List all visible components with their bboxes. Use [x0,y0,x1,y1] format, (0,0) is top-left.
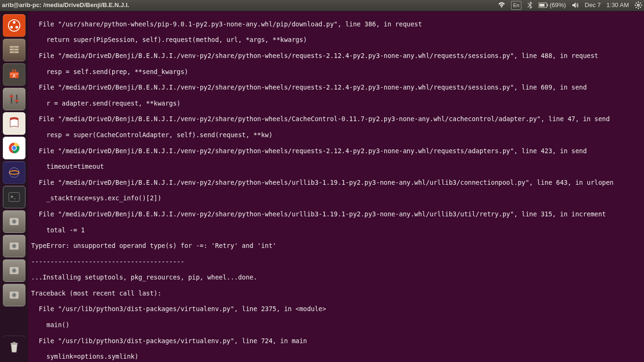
trace-line: TypeError: unsupported operand type(s) f… [31,242,641,250]
wifi-icon[interactable] [498,1,505,9]
unity-launcher: A >_ [0,11,28,362]
launcher-settings[interactable] [3,88,25,110]
trace-line: File "/usr/share/python-wheels/pip-9.0.1… [31,20,641,28]
sound-icon[interactable] [571,1,579,9]
trace-line: timeout=timeout [31,163,641,171]
svg-point-38 [14,246,15,247]
trace-line: File "/usr/lib/python3/dist-packages/vir… [31,305,641,313]
launcher-dash[interactable] [3,14,25,37]
svg-line-9 [636,7,637,8]
trace-line: r = adapter.send(request, **kwargs) [31,99,641,107]
trace-line: symlink=options.symlink) [31,353,641,361]
svg-point-19 [14,49,15,50]
svg-point-44 [14,295,15,296]
battery-indicator[interactable]: (69%) [538,1,566,9]
launcher-eclipse[interactable] [3,161,25,184]
svg-point-20 [14,52,15,53]
bluetooth-icon[interactable] [527,1,533,9]
terminal-content[interactable]: File "/usr/share/python-wheels/pip-9.0.1… [28,11,644,362]
date-indicator[interactable]: Dec 7 [585,1,601,9]
launcher-chrome[interactable] [3,137,25,159]
launcher-disk2[interactable] [3,235,25,257]
launcher-files[interactable] [3,39,25,61]
launcher-docs[interactable] [3,112,25,135]
window-title: arib@arib-pc: /media/DriveD/Benji/B.E.N.… [2,1,498,9]
svg-text:>_: >_ [11,194,17,199]
svg-rect-46 [13,342,16,343]
svg-point-24 [16,99,18,102]
trace-line: main() [31,321,641,329]
svg-point-18 [14,47,15,48]
trace-line: return super(PipSession, self).request(m… [31,36,641,44]
svg-line-7 [636,3,637,4]
launcher-terminal[interactable]: >_ [3,186,25,208]
svg-point-35 [14,221,15,222]
trace-line: resp = self.send(prep, **send_kwargs) [31,68,641,76]
launcher-software[interactable]: A [3,63,25,86]
trace-line: File "/media/DriveD/Benji/B.E.N.J.I./ven… [31,83,641,91]
svg-point-13 [10,26,13,29]
trace-line: ---------------------------------------- [31,258,641,266]
trace-line: total -= 1 [31,226,641,234]
svg-line-8 [640,7,641,8]
trace-line: _stacktrace=sys.exc_info()[2]) [31,194,641,202]
launcher-disk3[interactable] [3,259,25,282]
trace-line: File "/media/DriveD/Benji/B.E.N.J.I./ven… [31,147,641,155]
launcher-disk1[interactable] [3,210,25,233]
svg-point-12 [13,21,16,24]
launcher-trash[interactable] [3,336,25,358]
trace-line: File "/media/DriveD/Benji/B.E.N.J.I./ven… [31,210,641,218]
svg-point-23 [10,95,13,98]
trace-line: resp = super(CacheControlAdapter, self).… [31,131,641,139]
gear-icon[interactable] [635,1,642,9]
trace-line: File "/media/DriveD/Benji/B.E.N.J.I./ven… [31,52,641,60]
svg-rect-45 [11,343,18,345]
launcher-disk4[interactable] [3,284,25,306]
trace-line: File "/usr/lib/python3/dist-packages/vir… [31,337,641,345]
svg-point-27 [12,146,16,150]
top-menubar: arib@arib-pc: /media/DriveD/Benji/B.E.N.… [0,0,644,11]
svg-rect-1 [547,4,548,6]
svg-point-14 [16,26,18,29]
lang-indicator[interactable]: En [511,1,521,10]
trace-line: File "/media/DriveD/Benji/B.E.N.J.I./ven… [31,179,641,187]
indicator-area: En (69%) Dec 7 1:30 AM [498,1,642,10]
svg-rect-2 [539,4,545,7]
trace-line: ...Installing setuptools, pkg_resources,… [31,273,641,281]
time-indicator[interactable]: 1:30 AM [606,1,629,9]
svg-line-10 [640,3,641,4]
svg-text:A: A [13,74,16,78]
trace-line: Traceback (most recent call last): [31,289,641,297]
svg-point-41 [14,270,15,272]
trace-line: File "/media/DriveD/Benji/B.E.N.J.I./ven… [31,115,641,123]
